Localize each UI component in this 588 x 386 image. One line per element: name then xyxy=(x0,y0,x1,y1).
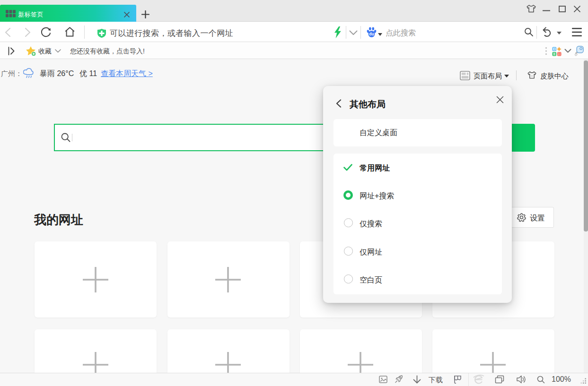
svg-text:du: du xyxy=(369,32,374,36)
